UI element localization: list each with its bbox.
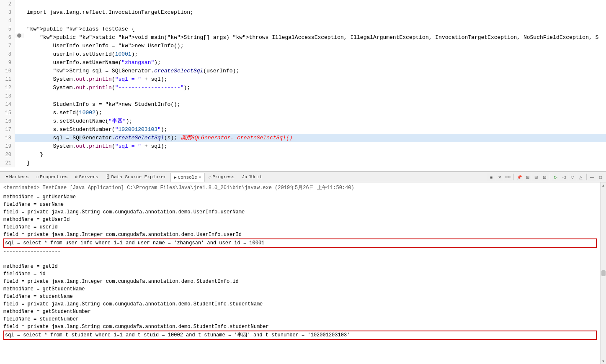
- line-number: 13: [0, 92, 15, 100]
- line-content: s.setId(10002);: [23, 109, 606, 117]
- code-line-3: 3import java.lang.reflect.InvocationTarg…: [0, 8, 606, 17]
- line-content: userInfo.setUserId(10001);: [23, 50, 606, 59]
- code-line-13: 13: [0, 92, 606, 100]
- line-content: }: [23, 151, 606, 159]
- line-content: s.setStudentNumber("102001203103");: [23, 126, 606, 134]
- console-vscrollbar[interactable]: ▲ ▼: [600, 182, 606, 364]
- tab-progress-label: Progress: [212, 174, 235, 179]
- code-line-2: 2: [0, 0, 606, 8]
- line-number: 7: [0, 42, 15, 50]
- tab-console-label: Console: [178, 175, 197, 180]
- line-number: 21: [0, 159, 15, 167]
- console-line: fieldName = studentName: [3, 293, 597, 300]
- servers-icon: ⚙: [75, 174, 77, 179]
- console-wrapper: <terminated> TestCase [Java Application]…: [0, 182, 606, 364]
- code-line-7: 7 UserInfo userInfo = "kw">new UserInfo(…: [0, 42, 606, 50]
- line-number: 3: [0, 8, 15, 17]
- scroll-up-arrow[interactable]: ▲: [601, 182, 606, 188]
- line-number: 19: [0, 142, 15, 151]
- console-line: field = private java.lang.String com.cun…: [3, 323, 597, 331]
- console-line: field = private java.lang.Integer com.cu…: [3, 231, 597, 238]
- datasource-icon: 🗄: [106, 174, 110, 179]
- line-content: "kw">public "kw">static "kw">void main("…: [23, 33, 606, 42]
- tab-toolbar: ■ ✕ ✕✕ 📌 ⊞ ⊟ ⊡ ▷ ◁ ▽ △ — □: [487, 173, 604, 181]
- console-line: methodName = getStudentNumber: [3, 308, 597, 315]
- console-line: fieldName = userId: [3, 223, 597, 231]
- console-line: field = private java.lang.String com.cun…: [3, 300, 597, 308]
- code-line-11: 11 System.out.println("sql = " + sql);: [0, 75, 606, 84]
- console-line: field = private java.lang.Integer com.cu…: [3, 278, 597, 285]
- tab-properties-label: Properties: [40, 174, 67, 179]
- up-button[interactable]: △: [577, 173, 585, 181]
- separator-3: [586, 174, 587, 180]
- code-line-10: 10 "kw">String sql = SQLGenerator.create…: [0, 67, 606, 75]
- run-button[interactable]: ▷: [552, 173, 560, 181]
- code-line-5: 5"kw">public "kw">class TestCase {: [0, 25, 606, 33]
- code-line-17: 17 s.setStudentNumber("102001203103");: [0, 126, 606, 134]
- line-content: System.out.println("-------------------"…: [23, 84, 606, 92]
- code-line-19: 19 System.out.println("sql = " + sql);: [0, 142, 606, 151]
- tab-properties[interactable]: □ Properties: [32, 172, 71, 182]
- line-number: 2: [0, 0, 15, 8]
- pin-button[interactable]: 📌: [516, 173, 523, 181]
- console-line: field = private java.lang.String com.cun…: [3, 208, 597, 216]
- console-area: <terminated> TestCase [Java Application]…: [0, 182, 600, 341]
- line-number: 10: [0, 67, 15, 75]
- tab-servers-label: Servers: [79, 174, 98, 179]
- line-content: userInfo.setUserName("zhangsan");: [23, 59, 606, 67]
- console-line: methodName = getUserName: [3, 193, 597, 201]
- code-line-20: 20 }: [0, 151, 606, 159]
- remove-all-button[interactable]: ✕✕: [504, 173, 512, 181]
- tab-progress[interactable]: ◌ Progress: [205, 172, 238, 182]
- line-content: s.setStudentName("李四");: [23, 117, 606, 126]
- line-content: UserInfo userInfo = "kw">new UserInfo();: [23, 42, 606, 50]
- console-icon: ▶: [174, 175, 177, 180]
- tab-markers[interactable]: ⚑ Markers: [2, 172, 32, 182]
- stop-button[interactable]: ■: [487, 173, 495, 181]
- junit-icon: Ju: [242, 175, 247, 179]
- tab-junit[interactable]: Ju JUnit: [238, 172, 266, 182]
- code-line-6: 6 "kw">public "kw">static "kw">void main…: [0, 33, 606, 42]
- tile-button[interactable]: ⊟: [532, 173, 540, 181]
- console-line: methodName = getUserId: [3, 216, 597, 223]
- scroll-down-arrow[interactable]: ▼: [601, 358, 606, 364]
- line-content: }: [23, 159, 606, 167]
- line-number: 4: [0, 17, 15, 25]
- line-number: 5: [0, 25, 15, 33]
- line-content: StudentInfo s = "kw">new StudentInfo();: [23, 100, 606, 109]
- tab-servers[interactable]: ⚙ Servers: [71, 172, 102, 182]
- line-gutter: [15, 33, 23, 38]
- line-number: 11: [0, 75, 15, 84]
- line-number: 8: [0, 50, 15, 59]
- line-content: System.out.println("sql = " + sql);: [23, 142, 606, 151]
- down-button[interactable]: ▽: [569, 173, 576, 181]
- line-content: sql = SQLGenerator.createSelectSql(s); 调…: [23, 134, 606, 142]
- console-line: sql = select * from t_student where 1=1 …: [3, 331, 597, 340]
- line-content: import java.lang.reflect.InvocationTarge…: [23, 8, 606, 17]
- console-line: methodName = getId: [3, 263, 597, 270]
- console-line: fieldName = id: [3, 270, 597, 278]
- code-line-14: 14 StudentInfo s = "kw">new StudentInfo(…: [0, 100, 606, 109]
- tab-datasource[interactable]: 🗄 Data Source Explorer: [102, 172, 170, 182]
- line-number: 20: [0, 151, 15, 159]
- minimize-button[interactable]: —: [588, 173, 596, 181]
- code-hscrollbar[interactable]: ▶ ◀: [0, 171, 606, 172]
- tab-console[interactable]: ▶ Console ✕: [170, 173, 205, 182]
- line-content: System.out.println("sql = " + sql);: [23, 75, 606, 84]
- stack-button[interactable]: ⊞: [524, 173, 531, 181]
- console-close-icon[interactable]: ✕: [199, 175, 201, 179]
- close-console-button[interactable]: ✕: [496, 173, 503, 181]
- code-line-12: 12 System.out.println("-----------------…: [0, 84, 606, 92]
- line-number: 15: [0, 109, 15, 117]
- console-scroll[interactable]: <terminated> TestCase [Java Application]…: [0, 182, 600, 364]
- line-number: 18: [0, 134, 15, 142]
- console-line: -------------------: [3, 248, 597, 255]
- layout-button[interactable]: ⊡: [541, 173, 548, 181]
- separator-1: [513, 174, 514, 180]
- bottom-panel: ⚑ Markers □ Properties ⚙ Servers 🗄 Data …: [0, 172, 606, 364]
- properties-icon: □: [36, 175, 39, 179]
- console-line: fieldName = userName: [3, 201, 597, 208]
- line-number: 14: [0, 100, 15, 109]
- back-button[interactable]: ◁: [560, 173, 568, 181]
- maximize-button[interactable]: □: [597, 173, 604, 181]
